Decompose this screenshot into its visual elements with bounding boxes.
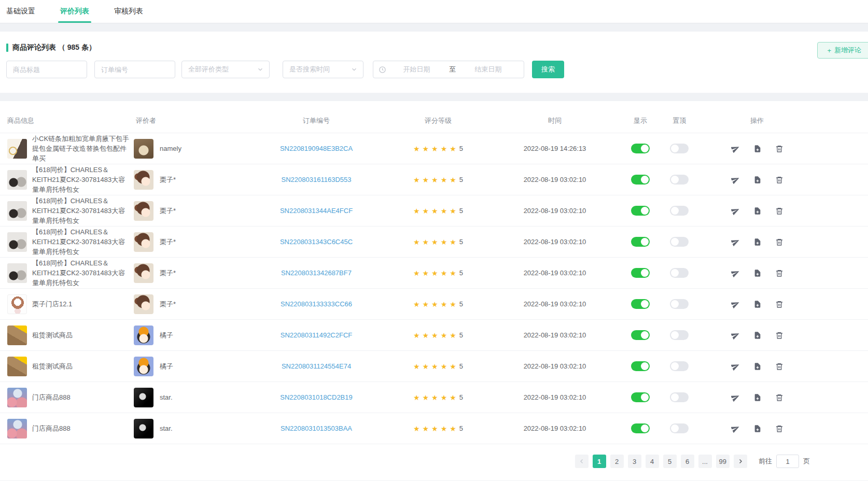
search-time-select[interactable]: 是否搜索时间 [283, 61, 363, 78]
show-toggle[interactable] [631, 268, 650, 278]
avatar [134, 388, 153, 407]
pin-toggle[interactable] [670, 206, 689, 216]
title-accent-bar [6, 44, 8, 52]
show-toggle[interactable] [631, 299, 650, 309]
send-icon[interactable] [731, 300, 740, 308]
file-plus-icon[interactable] [753, 300, 762, 308]
show-toggle[interactable] [631, 423, 650, 433]
pin-toggle[interactable] [670, 361, 689, 371]
table-row: 栗子门店12.1 栗子* SN220803133333CC66 5 2022-0… [0, 289, 868, 320]
product-image [7, 388, 27, 407]
show-toggle[interactable] [631, 392, 650, 402]
order-link[interactable]: SN2208031018CD2B19 [280, 393, 353, 401]
page-button-5[interactable]: 5 [663, 455, 677, 468]
order-link[interactable]: SN2208190948E3B2CA [280, 145, 353, 152]
pin-toggle[interactable] [670, 330, 689, 340]
trash-icon[interactable] [775, 331, 783, 339]
product-title-input[interactable] [6, 61, 87, 78]
order-link[interactable]: SN220803133333CC66 [281, 300, 352, 308]
send-icon[interactable] [731, 206, 740, 215]
goto-unit: 页 [803, 457, 810, 466]
trash-icon[interactable] [775, 145, 783, 153]
date-range-picker[interactable]: 开始日期 至 结束日期 [373, 61, 524, 78]
pin-toggle[interactable] [670, 299, 689, 309]
order-link[interactable]: SN2208031124554E74 [282, 362, 351, 370]
show-toggle[interactable] [631, 330, 650, 340]
send-icon[interactable] [731, 144, 740, 153]
file-plus-icon[interactable] [753, 238, 762, 246]
trash-icon[interactable] [775, 393, 783, 402]
send-icon[interactable] [731, 393, 740, 402]
reviewer-name: 栗子* [160, 175, 176, 185]
review-type-select[interactable]: 全部评价类型 [181, 61, 270, 78]
page-button-1[interactable]: 1 [593, 455, 606, 468]
order-link[interactable]: SN22080311492C2FCF [281, 331, 353, 339]
show-toggle[interactable] [631, 144, 650, 153]
show-toggle[interactable] [631, 206, 650, 216]
file-plus-icon[interactable] [753, 269, 762, 277]
tab-audit-list[interactable]: 审核列表 [112, 0, 145, 23]
avatar [134, 139, 153, 159]
send-icon[interactable] [731, 362, 740, 371]
review-time: 2022-08-19 03:02:10 [493, 207, 617, 215]
page-button-2[interactable]: 2 [610, 455, 624, 468]
page-button-99[interactable]: 99 [716, 455, 730, 468]
trash-icon[interactable] [775, 362, 783, 371]
order-no-input[interactable] [94, 61, 175, 78]
send-icon[interactable] [731, 268, 740, 277]
file-plus-icon[interactable] [753, 207, 762, 215]
pin-toggle[interactable] [670, 237, 689, 247]
order-link[interactable]: SN2208031342687BF7 [281, 269, 352, 277]
trash-icon[interactable] [775, 238, 783, 246]
pin-toggle[interactable] [670, 423, 689, 433]
page-ellipsis[interactable]: ... [698, 455, 712, 468]
trash-icon[interactable] [775, 269, 783, 277]
page-button-4[interactable]: 4 [646, 455, 659, 468]
show-toggle[interactable] [631, 237, 650, 247]
trash-icon[interactable] [775, 207, 783, 215]
next-page-button[interactable] [734, 455, 747, 468]
avatar [134, 201, 153, 221]
pin-toggle[interactable] [670, 392, 689, 402]
show-toggle[interactable] [631, 175, 650, 185]
reviewer-name: star. [160, 393, 173, 401]
product-title: 【618同价】CHARLES＆KEITH21夏CK2-30781483大容量单肩… [32, 196, 130, 225]
tab-basic-settings[interactable]: 基础设置 [4, 0, 37, 23]
order-link[interactable]: SN220803161163D553 [282, 176, 352, 183]
reviewer-name: 栗子* [160, 237, 176, 247]
trash-icon[interactable] [775, 300, 783, 308]
file-plus-icon[interactable] [753, 145, 762, 153]
page-button-6[interactable]: 6 [681, 455, 694, 468]
range-separator: 至 [447, 65, 458, 74]
file-plus-icon[interactable] [753, 362, 762, 371]
add-review-button[interactable]: + 新增评论 [817, 42, 868, 59]
search-button[interactable]: 搜索 [532, 61, 564, 78]
show-toggle[interactable] [631, 361, 650, 371]
pin-toggle[interactable] [670, 268, 689, 278]
pin-toggle[interactable] [670, 144, 689, 153]
goto-page: 前往 页 [759, 455, 810, 468]
trash-icon[interactable] [775, 425, 783, 433]
send-icon[interactable] [731, 424, 740, 433]
tab-review-list[interactable]: 评价列表 [58, 0, 91, 23]
pin-toggle[interactable] [670, 175, 689, 185]
page-button-3[interactable]: 3 [628, 455, 641, 468]
table-header: 商品信息 评价者 订单编号 评分等级 时间 显示 置顶 操作 [0, 101, 868, 133]
file-plus-icon[interactable] [753, 331, 762, 339]
send-icon[interactable] [731, 237, 740, 246]
send-icon[interactable] [731, 175, 740, 184]
pagination: 1 2 3 4 5 6 ... 99 前往 页 [0, 455, 868, 480]
trash-icon[interactable] [775, 176, 783, 184]
file-plus-icon[interactable] [753, 176, 762, 184]
file-plus-icon[interactable] [753, 393, 762, 402]
avatar [134, 232, 153, 252]
order-link[interactable]: SN2208031343C6C45C [280, 238, 353, 246]
order-link[interactable]: SN2208031344AE4FCF [280, 207, 353, 215]
prev-page-button[interactable] [575, 455, 589, 468]
order-link[interactable]: SN2208031013503BAA [281, 425, 352, 432]
file-plus-icon[interactable] [753, 425, 762, 433]
send-icon[interactable] [731, 331, 740, 339]
review-time: 2022-08-19 03:02:10 [493, 238, 617, 246]
avatar [134, 294, 153, 314]
goto-page-input[interactable] [776, 455, 799, 468]
